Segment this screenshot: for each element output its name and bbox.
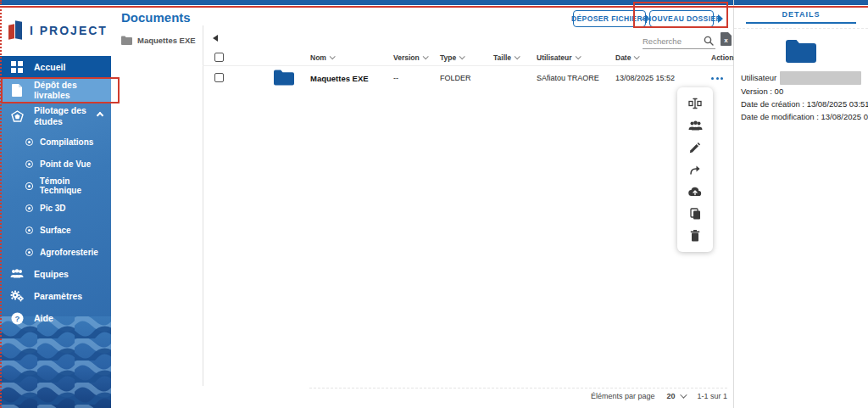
svg-text:?: ? bbox=[14, 314, 19, 323]
items-per-page-value: 20 bbox=[666, 392, 675, 400]
radio-dot-icon bbox=[25, 249, 33, 256]
pagination-range: 1-1 sur 1 bbox=[697, 392, 727, 400]
column-header-date[interactable]: Date bbox=[615, 53, 711, 62]
trash-icon bbox=[690, 230, 700, 242]
sidebar-subitem-label: Surface bbox=[40, 226, 71, 235]
row-cell-type: FOLDER bbox=[440, 74, 493, 82]
pagination: Éléments par page 20 1-1 sur 1 bbox=[309, 392, 727, 400]
sidebar-subitem-label: Témoin Technique bbox=[40, 176, 111, 195]
folder-tree-panel: Documents Maquettes EXE bbox=[111, 5, 203, 408]
sort-icon bbox=[575, 53, 581, 59]
svg-text:x: x bbox=[724, 36, 728, 44]
sort-icon bbox=[634, 53, 640, 59]
redacted-user-value bbox=[780, 71, 861, 85]
nouveau-dossier-dropdown-arrow[interactable] bbox=[718, 14, 723, 23]
menu-item-edit[interactable] bbox=[677, 137, 713, 159]
column-label: Nom bbox=[310, 53, 326, 62]
details-version-line: Version : 00 bbox=[741, 85, 861, 98]
search-icon[interactable] bbox=[704, 34, 714, 49]
document-icon bbox=[10, 83, 24, 97]
logo-icon bbox=[8, 20, 24, 42]
sidebar: I PROJECT Accueil Dépôt des livrables Pi… bbox=[0, 5, 111, 408]
sidebar-subitem-point-de-vue[interactable]: Point de Vue bbox=[0, 153, 111, 175]
folder-icon-blue-large bbox=[786, 39, 816, 63]
people-group-icon bbox=[688, 120, 703, 131]
menu-item-upload-cloud[interactable] bbox=[677, 181, 713, 203]
menu-item-share-users[interactable] bbox=[677, 115, 713, 137]
column-header-type[interactable]: Type bbox=[440, 53, 493, 62]
sidebar-subitem-surface[interactable]: Surface bbox=[0, 219, 111, 241]
collapse-panel-arrow[interactable] bbox=[213, 35, 218, 42]
row-cell-utilisateur: SAfiatou TRAORE bbox=[537, 74, 615, 82]
column-header-taille[interactable]: Taille bbox=[493, 53, 537, 62]
search-area: x bbox=[643, 32, 727, 49]
sidebar-subitem-temoin-technique[interactable]: Témoin Technique bbox=[0, 175, 111, 197]
folder-icon-gray bbox=[121, 36, 132, 45]
items-per-page-select[interactable]: 20 bbox=[666, 392, 685, 400]
help-icon: ? bbox=[10, 311, 24, 325]
sidebar-item-parametres[interactable]: Paramètres bbox=[0, 285, 111, 307]
logo[interactable]: I PROJECT bbox=[0, 5, 111, 56]
details-separator bbox=[734, 28, 868, 29]
tab-details[interactable]: DETAILS bbox=[734, 10, 868, 22]
row-actions-menu-button[interactable] bbox=[711, 77, 723, 80]
sidebar-subitem-pic-3d[interactable]: Pic 3D bbox=[0, 197, 111, 219]
items-per-page-label: Éléments par page bbox=[591, 392, 655, 400]
copy-icon bbox=[690, 208, 701, 220]
column-label: Version bbox=[393, 53, 420, 62]
column-header-nom[interactable]: Nom bbox=[310, 53, 393, 62]
sidebar-item-aide[interactable]: ? Aide bbox=[0, 307, 111, 329]
sidebar-item-pilotage-etudes[interactable]: Pilotage des études bbox=[0, 102, 111, 131]
tree-item-root-folder[interactable]: Maquettes EXE bbox=[121, 36, 196, 45]
sidebar-subitem-agroforesterie[interactable]: Agroforesterie bbox=[0, 241, 111, 263]
chevron-up-icon bbox=[97, 112, 103, 119]
column-label: Utilisateur bbox=[537, 53, 572, 62]
sidebar-subitem-label: Pic 3D bbox=[40, 204, 66, 213]
column-label: Taille bbox=[493, 53, 511, 62]
details-creation-line: Date de création : 13/08/2025 03:51 bbox=[741, 98, 861, 110]
row-cell-nom[interactable]: Maquettes EXE bbox=[310, 74, 393, 83]
select-all-checkbox[interactable] bbox=[214, 53, 224, 62]
export-excel-icon[interactable]: x bbox=[721, 32, 732, 49]
folder-icon-blue bbox=[274, 70, 294, 86]
sidebar-item-depot-livrables[interactable]: Dépôt des livrables bbox=[0, 78, 111, 102]
deposer-fichiers-button[interactable]: DÉPOSER FICHIERS bbox=[573, 10, 646, 27]
table-row[interactable]: Maquettes EXE -- FOLDER SAfiatou TRAORE … bbox=[203, 66, 733, 90]
sidebar-item-label: Pilotage des études bbox=[34, 105, 95, 127]
sort-icon bbox=[459, 53, 465, 59]
menu-item-rename[interactable] bbox=[677, 92, 713, 115]
pencil-icon bbox=[689, 142, 701, 154]
sidebar-item-label: Accueil bbox=[34, 62, 65, 72]
sidebar-nav: Accueil Dépôt des livrables Pilotage des… bbox=[0, 56, 111, 329]
radio-dot-icon bbox=[25, 138, 33, 146]
sidebar-subitem-compilations[interactable]: Compilations bbox=[0, 131, 111, 153]
sidebar-item-equipes[interactable]: Equipes bbox=[0, 263, 111, 285]
row-folder-icon-cell bbox=[274, 70, 310, 87]
radio-dot-icon bbox=[25, 226, 33, 234]
row-checkbox-cell bbox=[214, 73, 274, 84]
home-grid-icon bbox=[10, 60, 24, 74]
radio-dot-icon bbox=[25, 182, 33, 190]
column-header-version[interactable]: Version bbox=[393, 53, 440, 62]
sort-icon bbox=[330, 53, 336, 59]
sidebar-item-label: Paramètres bbox=[34, 291, 82, 301]
forward-arrow-icon bbox=[689, 165, 701, 175]
app-window: I PROJECT Accueil Dépôt des livrables Pi… bbox=[0, 0, 868, 408]
menu-item-move[interactable] bbox=[677, 159, 713, 181]
details-modification-line: Date de modification : 13/08/2025 03:51 bbox=[741, 110, 861, 123]
sidebar-item-label: Dépôt des livrables bbox=[34, 80, 111, 100]
row-checkbox[interactable] bbox=[214, 73, 224, 82]
details-panel: DETAILS Utilisateur Version : 00 Date de… bbox=[734, 5, 868, 408]
radio-dot-icon bbox=[25, 204, 33, 212]
menu-item-delete[interactable] bbox=[677, 225, 713, 247]
people-group-icon bbox=[10, 267, 24, 281]
gears-icon bbox=[10, 289, 24, 303]
sidebar-subitem-label: Agroforesterie bbox=[40, 248, 98, 257]
menu-item-copy[interactable] bbox=[677, 203, 713, 225]
column-header-utilisateur[interactable]: Utilisateur bbox=[537, 53, 615, 62]
nouveau-dossier-label: NOUVEAU DOSSIER bbox=[646, 14, 721, 23]
nouveau-dossier-button[interactable]: NOUVEAU DOSSIER bbox=[649, 10, 714, 27]
sidebar-item-label: Equipes bbox=[34, 269, 69, 279]
sidebar-item-accueil[interactable]: Accueil bbox=[0, 56, 111, 78]
cloud-upload-icon bbox=[688, 187, 702, 197]
